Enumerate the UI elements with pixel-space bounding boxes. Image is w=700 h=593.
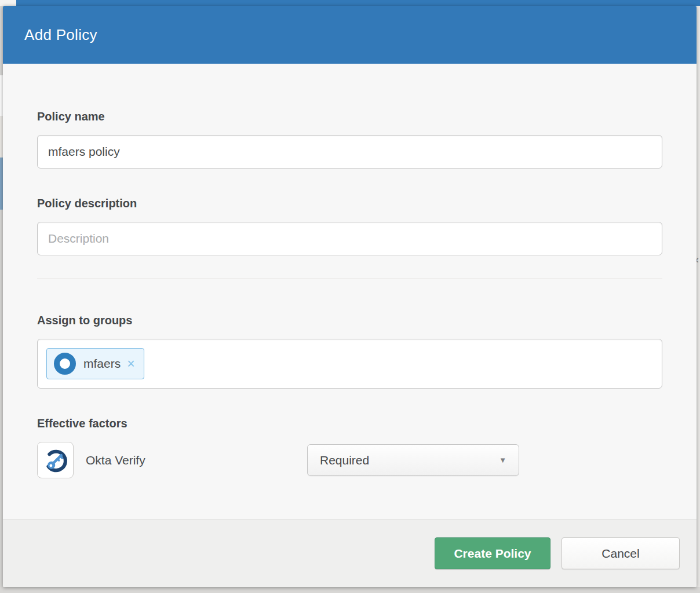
okta-group-logo-icon bbox=[54, 353, 76, 375]
okta-verify-icon bbox=[37, 442, 74, 478]
create-policy-button[interactable]: Create Policy bbox=[435, 537, 550, 569]
group-chip-mfaers[interactable]: mfaers × bbox=[46, 348, 144, 379]
okta-verify-key-glyph bbox=[41, 445, 71, 475]
factor-setting-select[interactable]: Required ▼ bbox=[307, 444, 519, 476]
add-policy-modal: Add Policy Policy name Policy descriptio… bbox=[3, 6, 697, 587]
policy-description-label: Policy description bbox=[37, 197, 662, 210]
background-right-sliver: × bbox=[697, 6, 700, 587]
group-chip-label: mfaers bbox=[83, 357, 121, 371]
section-divider bbox=[37, 279, 662, 279]
groups-combobox[interactable]: mfaers × bbox=[37, 339, 662, 389]
modal-header: Add Policy bbox=[3, 6, 697, 64]
policy-name-input[interactable] bbox=[37, 135, 662, 169]
policy-description-input[interactable] bbox=[37, 222, 662, 255]
effective-factors-label: Effective factors bbox=[37, 417, 662, 430]
background-bottom-sliver bbox=[0, 587, 700, 593]
policy-name-label: Policy name bbox=[37, 110, 662, 123]
factor-row-okta-verify: Okta Verify Required ▼ bbox=[37, 442, 662, 478]
factor-name-label: Okta Verify bbox=[86, 453, 307, 467]
cancel-button[interactable]: Cancel bbox=[562, 537, 680, 569]
assign-to-groups-label: Assign to groups bbox=[37, 314, 662, 327]
modal-footer: Create Policy Cancel bbox=[3, 519, 697, 587]
background-top-corner bbox=[0, 0, 16, 6]
modal-title: Add Policy bbox=[24, 26, 97, 44]
modal-body: Policy name Policy description Assign to… bbox=[3, 64, 697, 519]
occluded-close-icon: × bbox=[697, 255, 699, 266]
factor-setting-value: Required bbox=[320, 453, 369, 467]
background-top-banner bbox=[0, 0, 700, 6]
group-chip-remove-icon[interactable]: × bbox=[127, 357, 134, 371]
chevron-down-icon: ▼ bbox=[499, 456, 506, 464]
